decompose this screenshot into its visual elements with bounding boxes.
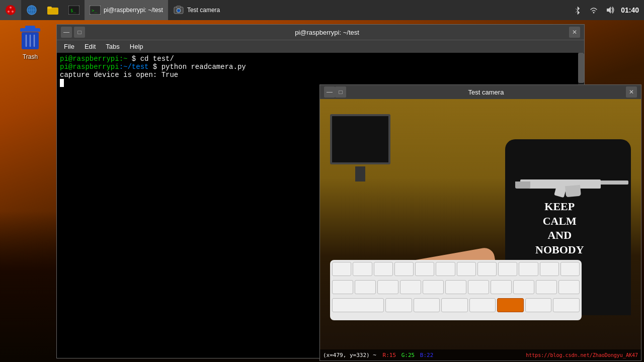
terminal-line-3: capture device is open: True bbox=[60, 71, 581, 79]
trash-icon bbox=[18, 25, 42, 51]
bluetooth-icon[interactable] bbox=[573, 5, 583, 15]
key-30 bbox=[536, 280, 557, 294]
keyboard-row-1 bbox=[330, 260, 582, 278]
gun-mag bbox=[565, 185, 581, 198]
terminal-minimize-btn[interactable]: — bbox=[61, 27, 72, 38]
status-b-label: B: bbox=[420, 352, 427, 358]
prompt-sep-1: :~ bbox=[119, 55, 128, 63]
camera-close-btn[interactable]: ✕ bbox=[626, 86, 637, 98]
camera-maximize-btn[interactable]: □ bbox=[335, 86, 346, 98]
camera-taskbar-icon bbox=[173, 5, 184, 16]
svg-point-19 bbox=[593, 12, 595, 14]
camera-scene: KEEP CALM AND NOBODY GETS HU... bbox=[320, 99, 641, 360]
key-48 bbox=[553, 298, 580, 312]
terminal-menu-file[interactable]: File bbox=[60, 42, 78, 51]
key-28 bbox=[491, 280, 512, 294]
cmd-1: cd test/ bbox=[140, 55, 174, 63]
taskbar: $_ >_ pi@raspberrypi: ~/test bbox=[0, 0, 644, 20]
svg-point-1 bbox=[10, 7, 12, 9]
desktop: $_ >_ pi@raspberrypi: ~/test bbox=[0, 0, 644, 362]
key-22 bbox=[355, 280, 376, 294]
terminal-dark-icon: $_ bbox=[68, 5, 79, 16]
key-23 bbox=[377, 280, 398, 294]
camera-monitor-stand bbox=[355, 166, 365, 182]
svg-text:>_: >_ bbox=[92, 8, 97, 13]
key-25 bbox=[423, 280, 444, 294]
prompt-dollar-1: $ bbox=[127, 55, 140, 63]
key-31 bbox=[558, 280, 580, 294]
camera-status-bar: (x=479, y=332) ~ R:15 G:25 B:22 https://… bbox=[320, 349, 641, 360]
taskbar-camera[interactable]: Test camera bbox=[168, 0, 225, 20]
key-10 bbox=[519, 262, 538, 276]
status-r-val: 15 bbox=[389, 352, 396, 358]
camera-window: — □ Test camera ✕ bbox=[319, 84, 641, 361]
svg-text:$_: $_ bbox=[70, 8, 76, 13]
prompt-dollar-2: $ bbox=[148, 63, 161, 71]
camera-monitor bbox=[330, 114, 390, 164]
status-g-val: 25 bbox=[408, 352, 415, 358]
taskbar-terminal-active[interactable]: >_ pi@raspberrypi: ~/test bbox=[85, 0, 168, 20]
status-r-label: R: bbox=[383, 352, 389, 358]
key-5 bbox=[415, 262, 434, 276]
camera-titlebar: — □ Test camera ✕ bbox=[320, 85, 641, 99]
status-coords: (x=479, y=332) ~ bbox=[323, 352, 376, 358]
terminal-close-btn[interactable]: ✕ bbox=[569, 27, 580, 38]
svg-rect-10 bbox=[47, 7, 52, 9]
folder-icon bbox=[47, 5, 58, 16]
wifi-icon[interactable] bbox=[589, 5, 599, 15]
key-47 bbox=[525, 298, 552, 312]
terminal-scrollbar-thumb[interactable] bbox=[578, 53, 584, 83]
camera-gun-graphic bbox=[515, 169, 636, 200]
key-6 bbox=[436, 262, 455, 276]
key-21 bbox=[332, 280, 353, 294]
terminal-cursor bbox=[60, 79, 64, 87]
svg-point-2 bbox=[8, 11, 10, 13]
key-44 bbox=[441, 298, 468, 312]
terminal-menu-tabs[interactable]: Tabs bbox=[102, 42, 123, 51]
key-27 bbox=[468, 280, 489, 294]
key-43 bbox=[414, 298, 440, 312]
gun-stock bbox=[515, 182, 530, 189]
taskbar-camera-label: Test camera bbox=[187, 7, 220, 14]
key-2 bbox=[353, 262, 372, 276]
key-9 bbox=[498, 262, 517, 276]
terminal-line-2: pi@raspberrypi:~/test $ python readcamer… bbox=[60, 63, 581, 71]
key-42 bbox=[385, 298, 412, 312]
terminal-maximize-btn[interactable]: □ bbox=[74, 27, 85, 38]
camera-status-left: (x=479, y=332) ~ R:15 G:25 B:22 bbox=[323, 352, 433, 358]
volume-icon[interactable] bbox=[605, 5, 615, 15]
taskbar-terminal-dark[interactable]: $_ bbox=[63, 0, 85, 20]
system-tray: 01:40 bbox=[573, 5, 644, 15]
camera-keyboard bbox=[330, 260, 582, 320]
key-29 bbox=[513, 280, 534, 294]
terminal-menu-help[interactable]: Help bbox=[126, 42, 147, 51]
prompt-user-1: pi@raspberrypi bbox=[60, 55, 119, 63]
svg-marker-20 bbox=[607, 7, 611, 14]
key-26 bbox=[445, 280, 466, 294]
camera-content: KEEP CALM AND NOBODY GETS HU... bbox=[320, 99, 641, 360]
clock: 01:40 bbox=[621, 6, 639, 14]
trash-desktop-icon[interactable]: Trash bbox=[10, 25, 50, 60]
keyboard-row-3 bbox=[330, 296, 582, 314]
svg-rect-22 bbox=[25, 26, 35, 29]
key-8 bbox=[477, 262, 497, 276]
key-11 bbox=[540, 262, 559, 276]
key-41 bbox=[332, 298, 384, 312]
camera-status-right: https://blog.csdn.net/ZhaoDongyu_AK47 bbox=[526, 352, 638, 358]
terminal-line-1: pi@raspberrypi:~ $ cd test/ bbox=[60, 55, 581, 63]
key-orange bbox=[497, 298, 524, 312]
taskbar-browser[interactable] bbox=[21, 0, 42, 20]
svg-rect-18 bbox=[177, 6, 181, 8]
key-24 bbox=[400, 280, 421, 294]
prompt-sep-2: :~/test bbox=[119, 63, 149, 71]
raspberrypi-icon bbox=[5, 5, 16, 16]
taskbar-filemanager[interactable] bbox=[42, 0, 63, 20]
terminal-menu-edit[interactable]: Edit bbox=[80, 42, 100, 51]
taskbar-raspberrypi[interactable] bbox=[0, 0, 21, 20]
status-b-val: 22 bbox=[427, 352, 433, 358]
terminal-menubar: File Edit Tabs Help bbox=[57, 40, 584, 53]
key-3 bbox=[374, 262, 393, 276]
keyboard-row-2 bbox=[330, 278, 582, 296]
prompt-user-2: pi@raspberrypi bbox=[60, 63, 119, 71]
camera-minimize-btn[interactable]: — bbox=[324, 86, 335, 98]
